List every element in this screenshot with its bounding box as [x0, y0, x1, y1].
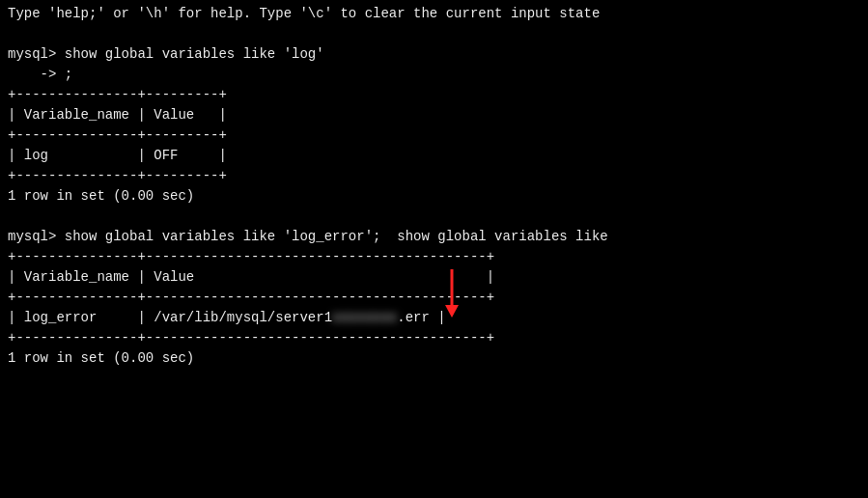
terminal-window: Type 'help;' or '\h' for help. Type '\c'…	[0, 0, 868, 498]
command-line-2: mysql> show global variables like 'log_e…	[8, 227, 860, 247]
result1-line: 1 row in set (0.00 sec)	[8, 186, 860, 207]
blank-line-2	[8, 207, 860, 227]
table1-divider3: +---------------+---------+	[8, 166, 860, 186]
help-text-line: Type 'help;' or '\h' for help. Type '\c'…	[8, 4, 860, 24]
table2-divider2: +---------------+-----------------------…	[8, 288, 860, 308]
table2-divider3: +---------------+-----------------------…	[8, 328, 860, 348]
table1-header: | Variable_name | Value |	[8, 105, 860, 125]
blurred-hostname: xxxxxxxx	[332, 308, 397, 328]
continuation-line: -> ;	[8, 65, 860, 85]
table1-divider1: +---------------+---------+	[8, 85, 860, 105]
table1-row1: | log | OFF |	[8, 146, 860, 166]
result2-line: 1 row in set (0.00 sec)	[8, 348, 860, 369]
command-line-1: mysql> show global variables like 'log'	[8, 44, 860, 65]
log-error-row: | log_error | /var/lib/mysql/server1xxxx…	[8, 308, 860, 328]
table2-header: | Variable_name | Value |	[8, 267, 860, 288]
log-error-text: | log_error | /var/lib/mysql/server1xxxx…	[8, 308, 860, 328]
table1-divider2: +---------------+---------+	[8, 125, 860, 146]
blank-line-1	[8, 24, 860, 44]
table2-divider1: +---------------+-----------------------…	[8, 247, 860, 267]
